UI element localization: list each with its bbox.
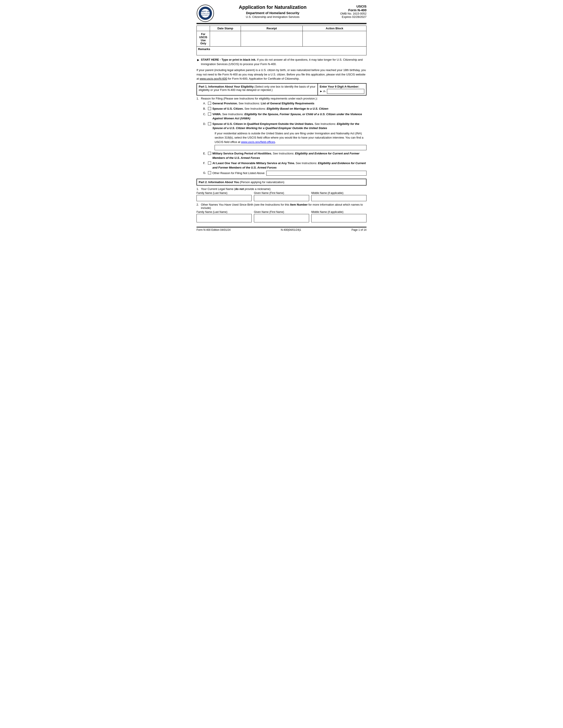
question-1-block: 1. Reason for Filing (Please see Instruc… <box>196 97 367 176</box>
sub-item-d: D. Spouse of U.S. Citizen in Qualified E… <box>203 122 367 150</box>
family-name-label-1: Family Name (Last Name) <box>196 191 252 195</box>
part2-header-box: Part 2. Information About You (Person ap… <box>196 179 367 186</box>
svg-text:HOMELAND: HOMELAND <box>201 13 210 14</box>
family-name-field-2: Family Name (Last Name) <box>196 210 252 222</box>
checkbox-f[interactable] <box>208 161 211 165</box>
part1-header-box: Part 1. Information About Your Eligibili… <box>196 83 318 96</box>
for-uscis-cell <box>197 26 210 31</box>
checkbox-d[interactable] <box>208 122 211 125</box>
start-here-bold: START HERE - Type or print in black ink. <box>201 58 256 61</box>
part2-label: Part 2. Information About You <box>199 180 239 184</box>
uscis-label: USCIS <box>331 4 367 8</box>
sub-letter-d: D. <box>203 122 208 126</box>
a-number-input[interactable] <box>327 89 364 94</box>
g-text-input[interactable] <box>266 171 367 176</box>
svg-text:SECURITY: SECURITY <box>201 15 209 16</box>
given-name-field-2: Given Name (First Name) <box>254 210 309 222</box>
form-title: Application for Naturalization <box>216 4 329 10</box>
given-name-input-2[interactable] <box>254 214 309 222</box>
q1-p2-text: Your Current Legal Name (do not provide … <box>201 187 270 191</box>
a-number-box: Enter Your 9 Digit A-Number: ► A- <box>318 83 367 96</box>
sub-item-c: C. VAWA. See Instructions: Eligibility f… <box>203 112 367 121</box>
a-number-row: ► A- <box>320 89 364 94</box>
sub-text-c: VAWA. See Instructions: Eligibility for … <box>212 112 367 121</box>
a-number-prefix: ► A- <box>320 90 326 93</box>
family-name-input-2[interactable] <box>196 214 252 222</box>
receipt-header: Receipt <box>241 26 303 31</box>
name-fields-2: Family Name (Last Name) Given Name (Firs… <box>196 210 367 222</box>
given-name-field-1: Given Name (First Name) <box>254 191 309 201</box>
checkbox-b[interactable] <box>208 107 211 110</box>
omb-number: OMB No. 1615-0052 <box>331 12 367 15</box>
q1-p2-num: 1. <box>196 187 201 191</box>
q2-p2-num: 2. <box>196 203 201 210</box>
agency-name: Department of Homeland Security <box>216 11 329 15</box>
family-name-input-1[interactable] <box>196 195 252 201</box>
sub-text-b: Spouse of U.S. Citizen. See Instructions… <box>212 107 367 111</box>
svg-text:DEPT OF: DEPT OF <box>201 10 210 13</box>
action-block-header: Action Block <box>303 26 367 31</box>
sub-letter-g: G. <box>203 171 208 175</box>
sub-text-a: General Provision. See Instructions: Lis… <box>212 101 367 106</box>
family-name-field-1: Family Name (Last Name) <box>196 191 252 201</box>
form-number: Form N-400 <box>331 8 367 12</box>
footer-left: Form N-400 Edition 04/01/24 <box>196 228 230 231</box>
start-here-text: ► START HERE - Type or print in black in… <box>196 58 367 66</box>
footer-right: Page 1 of 14 <box>352 228 367 231</box>
q1-text: Reason for Filing (Please see Instructio… <box>201 97 318 100</box>
header-right: USCIS Form N-400 OMB No. 1615-0052 Expir… <box>331 4 367 19</box>
a-number-label: Enter Your 9 Digit A-Number: <box>320 85 364 88</box>
start-arrow-icon: ► <box>196 57 200 63</box>
uscis-use-table: Date Stamp Receipt Action Block For USCI… <box>196 26 367 55</box>
d-text-input[interactable] <box>214 145 367 150</box>
sub-items-list: A. General Provision. See Instructions: … <box>203 101 367 176</box>
middle-name-field-2: Middle Name (if applicable) <box>311 210 367 222</box>
q2-p2-text: Other Names You Have Used Since Birth (s… <box>201 203 367 210</box>
middle-name-label-2: Middle Name (if applicable) <box>311 210 367 214</box>
for-uscis-label: For USCIS Use Only <box>197 31 210 47</box>
header-center: Application for Naturalization Departmen… <box>214 4 331 19</box>
expiry-date: Expires 02/28/2027 <box>331 15 367 19</box>
sub-text-d: Spouse of U.S. Citizen in Qualified Empl… <box>212 122 367 130</box>
checkbox-a[interactable] <box>208 102 211 105</box>
footer-center: N-400|04/01/24|1 <box>281 228 301 231</box>
part2-description: (Person applying for naturalization) <box>239 180 284 184</box>
middle-name-input-2[interactable] <box>311 214 367 222</box>
parent-paragraph: If your parent (including legal adoptive… <box>196 68 367 81</box>
q1-num: 1. <box>196 97 201 100</box>
q1-part2-block: 1. Your Current Legal Name (do not provi… <box>196 187 367 201</box>
page-footer: Form N-400 Edition 04/01/24 N-400|04/01/… <box>196 227 367 231</box>
checkbox-g[interactable] <box>208 171 211 174</box>
part1-label: Part 1. Information About Your Eligibili… <box>199 85 254 88</box>
n600-link[interactable]: www.uscis.gov/N-600 <box>199 77 227 80</box>
sub-letter-b: B. <box>203 107 208 111</box>
date-stamp-header: Date Stamp <box>210 26 241 31</box>
sub-item-e: E. Military Service During Period of Hos… <box>203 151 367 160</box>
sub-item-b: B. Spouse of U.S. Citizen. See Instructi… <box>203 107 367 111</box>
sub-item-f: F. At Least One Year of Honorable Milita… <box>203 161 367 170</box>
sub-text-e: Military Service During Period of Hostil… <box>212 151 367 160</box>
middle-name-input-1[interactable] <box>311 195 367 201</box>
agency-sub: U.S. Citizenship and Immigration Service… <box>216 15 329 19</box>
uscis-logo: DEPT OF HOMELAND SECURITY U.S. DEPARTMEN… <box>196 4 214 22</box>
given-name-label-1: Given Name (First Name) <box>254 191 309 195</box>
q2-part2-block: 2. Other Names You Have Used Since Birth… <box>196 203 367 222</box>
sub-item-g: G. Other Reason for Filing Not Listed Ab… <box>203 171 367 176</box>
sub-d-extra: If your residential address is outside t… <box>214 131 367 150</box>
given-name-input-1[interactable] <box>254 195 309 201</box>
checkbox-c[interactable] <box>208 113 211 116</box>
receipt-cell <box>241 31 303 47</box>
checkbox-e[interactable] <box>208 152 211 155</box>
sub-letter-e: E. <box>203 151 208 156</box>
sub-letter-c: C. <box>203 112 208 116</box>
date-stamp-cell <box>210 31 241 47</box>
sub-letter-a: A. <box>203 101 208 106</box>
name-fields-1: Family Name (Last Name) Given Name (Firs… <box>196 191 367 201</box>
given-name-label-2: Given Name (First Name) <box>254 210 309 214</box>
middle-name-field-1: Middle Name (if applicable) <box>311 191 367 201</box>
sub-text-g: Other Reason for Filing Not Listed Above <box>212 171 367 176</box>
field-offices-link[interactable]: www.uscis.gov/field-offices <box>241 140 275 144</box>
action-block-cell <box>303 31 367 47</box>
middle-name-label-1: Middle Name (if applicable) <box>311 191 367 195</box>
sub-letter-f: F. <box>203 161 208 165</box>
